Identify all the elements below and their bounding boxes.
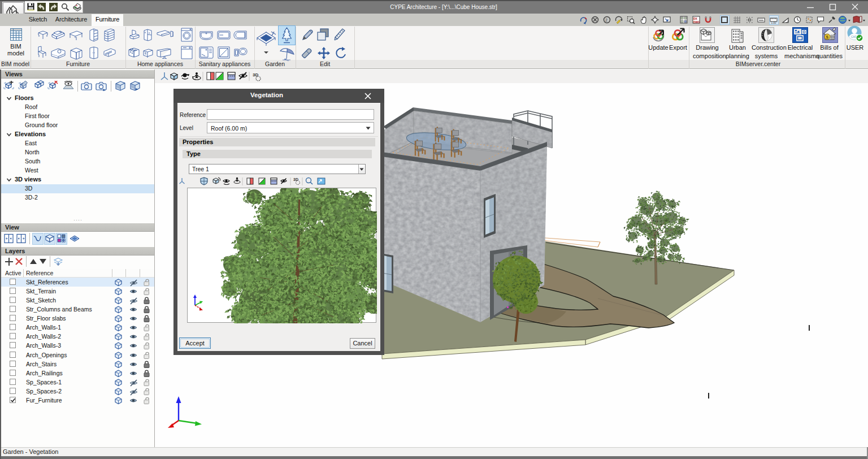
svg-text:3D: 3D xyxy=(253,72,258,77)
svg-text:$: $ xyxy=(826,34,829,40)
svg-text:DWG: DWG xyxy=(693,20,700,24)
svg-text:1.00: 1.00 xyxy=(771,21,776,24)
svg-text:2: 2 xyxy=(605,18,607,22)
